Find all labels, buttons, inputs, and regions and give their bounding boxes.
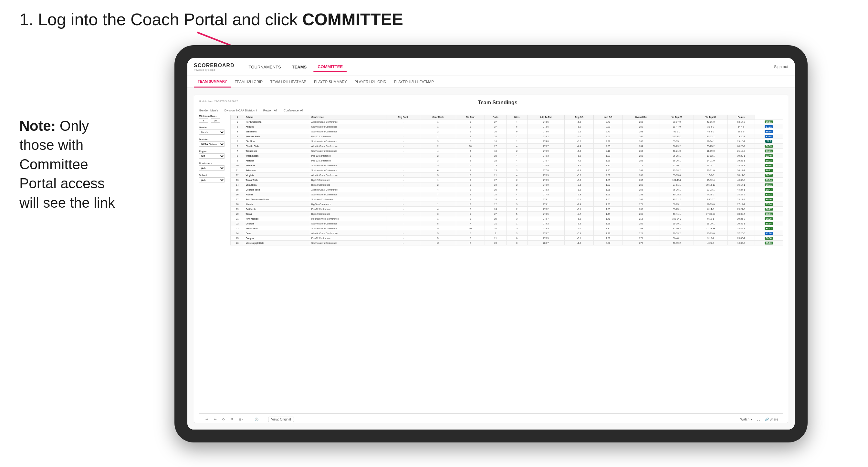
- cell-reg-rank: -: [386, 202, 420, 207]
- subnav-team-summary[interactable]: TEAM SUMMARY: [194, 76, 231, 88]
- nav-items: TOURNAMENTS TEAMS COMMITTEE: [244, 62, 769, 72]
- table-row: 1 North Carolina Atlantic Coast Conferen…: [231, 120, 783, 124]
- refresh-btn[interactable]: ⟳: [221, 417, 226, 422]
- cell-sg-low: 2.20: [594, 144, 622, 149]
- cell-conf-rank: 1: [420, 124, 456, 129]
- cell-sg-low: 2.70: [594, 120, 622, 124]
- region-select[interactable]: N/A: [199, 153, 225, 159]
- cell-low: 259: [622, 183, 660, 187]
- cell-sg-low: 1.30: [594, 226, 622, 231]
- cell-rank: 5: [231, 139, 244, 144]
- share-btn[interactable]: 🔗 Share: [765, 417, 778, 421]
- fullscreen-btn[interactable]: ⛶: [755, 417, 762, 422]
- cell-vs50: 63-17-0: [727, 120, 754, 124]
- division-select[interactable]: NCAA Division I: [199, 142, 225, 147]
- cell-low: 260: [622, 207, 660, 212]
- col-rank: #: [231, 115, 244, 120]
- cell-vs25: 17-9-0: [694, 173, 728, 178]
- col-points: Points: [727, 115, 754, 120]
- nav-teams[interactable]: TEAMS: [287, 63, 311, 71]
- table-container: Update time: 27/03/2024 16:56:26 Team St…: [194, 95, 788, 423]
- cell-conf-rank: 1: [420, 134, 456, 139]
- cell-adj: 278.5: [527, 212, 564, 216]
- table-row: 10 Alabama Southeastern Conference - 5 6…: [231, 163, 783, 168]
- cell-sg-low: 2.77: [594, 129, 622, 134]
- cell-conf: Southeastern Conference: [310, 192, 386, 197]
- nav-committee[interactable]: COMMITTEE: [313, 62, 347, 72]
- cell-rnds: 24: [485, 197, 506, 202]
- cell-school: Virginia: [244, 173, 310, 178]
- subnav-player-h2h-heatmap[interactable]: PLAYER H2H HEATMAP: [390, 76, 438, 88]
- cell-wins: 0: [506, 241, 527, 245]
- subnav-team-h2h-grid[interactable]: TEAM H2H GRID: [231, 76, 267, 88]
- cell-wins: 4: [506, 192, 527, 197]
- subnav-team-h2h-heatmap[interactable]: TEAM H2H HEATMAP: [267, 76, 310, 88]
- watch-btn[interactable]: Watch ▾: [740, 417, 752, 421]
- cell-pts: 80.71: [754, 168, 783, 173]
- nav-tournaments[interactable]: TOURNAMENTS: [244, 63, 285, 71]
- cell-adj: 276.3: [527, 153, 564, 158]
- cell-sg-avg: -4.6: [564, 158, 594, 163]
- clock-btn[interactable]: 🕐: [253, 417, 260, 422]
- cell-school: Arkansas: [244, 168, 310, 173]
- col-wins: Wins: [506, 115, 527, 120]
- copy-btn[interactable]: ⧉: [229, 416, 235, 422]
- cell-rnds: 27: [485, 178, 506, 183]
- filter-range: -: [199, 118, 226, 123]
- conference-select[interactable]: (All): [199, 165, 225, 170]
- cell-conf: Pac-12 Conference: [310, 134, 386, 139]
- cell-pts: 85.14: [754, 202, 783, 207]
- cell-low: 203: [622, 129, 660, 134]
- cell-school: Duke: [244, 231, 310, 236]
- cell-wins: 2: [506, 149, 527, 153]
- cell-wins: 6: [506, 187, 527, 192]
- view-original-btn[interactable]: View: Original: [268, 416, 294, 422]
- cell-vs25: 18-12-1: [694, 153, 728, 158]
- table-row: 3 Vanderbilt Southeastern Conference - 2…: [231, 129, 783, 134]
- gender-select[interactable]: Men's: [199, 129, 225, 135]
- min-input[interactable]: [199, 118, 208, 123]
- filter-conference-group: Conference (All): [199, 162, 226, 170]
- sign-out-link[interactable]: Sign out: [769, 65, 788, 69]
- cell-low: 267: [622, 197, 660, 202]
- cell-vs25: 15-32-4: [694, 178, 728, 183]
- cell-conf-rank: 4: [420, 149, 456, 153]
- redo-btn[interactable]: ↪: [212, 417, 218, 422]
- subnav-player-summary[interactable]: PLAYER SUMMARY: [310, 76, 351, 88]
- cell-adj: 275.9: [527, 149, 564, 153]
- cell-pts: 80.57: [754, 173, 783, 178]
- cell-school: Arizona State: [244, 134, 310, 139]
- cell-reg-rank: -: [386, 163, 420, 168]
- max-input[interactable]: [211, 118, 220, 123]
- cell-overall: 80-25-2: [660, 192, 694, 197]
- cell-conf: Southeastern Conference: [310, 241, 386, 245]
- cell-overall: 59-39-1: [660, 221, 694, 226]
- cell-pts: 86.64: [754, 129, 783, 134]
- cell-conf-rank: 3: [420, 158, 456, 163]
- cell-conf-rank: 5: [420, 231, 456, 236]
- cell-rank: 3: [231, 129, 244, 134]
- undo-btn[interactable]: ↩: [204, 417, 210, 422]
- cell-conf-rank: 4: [420, 187, 456, 192]
- subnav-player-h2h-grid[interactable]: PLAYER H2H GRID: [351, 76, 390, 88]
- cell-pts: 87.21: [754, 124, 783, 129]
- cell-vs50: 60-26-2: [727, 144, 754, 149]
- cell-conf-rank: 9: [420, 226, 456, 231]
- filter-division: Division: NCAA Division I: [224, 109, 257, 112]
- filter-gender-group: Gender Men's: [199, 126, 226, 135]
- cell-no-tour: 7: [456, 221, 485, 226]
- cell-sg-low: 2.01: [594, 173, 622, 178]
- cell-conf-rank: 5: [420, 236, 456, 241]
- cell-sg-avg: -3.8: [564, 221, 594, 226]
- cell-overall: 91-6-0: [660, 129, 694, 134]
- cell-rnds: 27: [485, 212, 506, 216]
- table-row: 17 East Tennessee State Southern Confere…: [231, 197, 783, 202]
- cell-rnds: 26: [485, 129, 506, 134]
- cell-reg-rank: -: [386, 226, 420, 231]
- school-select[interactable]: (All): [199, 177, 225, 183]
- share-icon-btn[interactable]: ⊕ ◦: [237, 417, 245, 422]
- cell-low: 265: [622, 134, 660, 139]
- cell-conf-rank: 7: [420, 192, 456, 197]
- cell-vs25: 9-12-1: [694, 216, 728, 221]
- cell-rank: 4: [231, 134, 244, 139]
